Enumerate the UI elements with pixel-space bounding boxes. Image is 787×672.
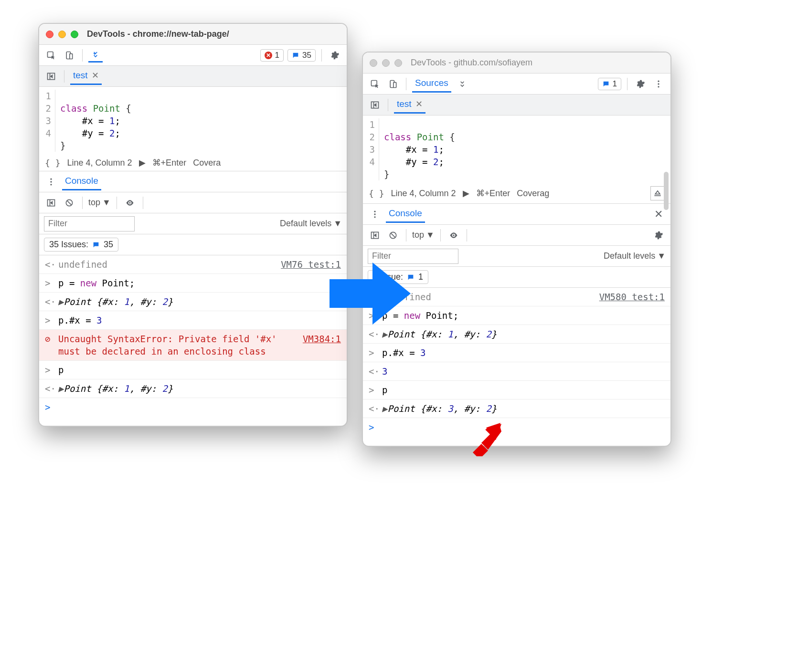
sidebar-toggle-icon[interactable] (368, 228, 382, 242)
play-icon[interactable]: ▶ (139, 158, 146, 168)
console-tab[interactable]: Console (386, 205, 425, 223)
svg-point-18 (374, 213, 375, 215)
svg-rect-12 (394, 82, 396, 87)
navigator-toggle-icon[interactable] (44, 69, 58, 84)
zoom-dot-icon[interactable] (394, 59, 402, 67)
chevron-down-icon: ▼ (657, 251, 666, 261)
code-body[interactable]: class Point { #x = 1; #y = 2; } (379, 118, 670, 180)
message-icon (602, 80, 610, 88)
errors-count: 1 (275, 51, 279, 60)
close-icon[interactable]: ✕ (415, 99, 423, 109)
kebab-icon[interactable] (651, 77, 666, 91)
gear-icon[interactable] (633, 77, 648, 91)
context-label: top (88, 198, 100, 208)
scrollbar-thumb[interactable] (664, 172, 669, 210)
sources-tab[interactable]: Sources (412, 75, 451, 93)
svg-point-19 (374, 216, 375, 218)
console-filter-row: Default levels ▼ (39, 213, 347, 234)
svg-point-15 (658, 86, 659, 87)
close-dot-icon[interactable] (370, 59, 377, 67)
error-circle-icon: ✕ (265, 52, 272, 59)
pretty-print-icon[interactable]: { } (45, 158, 61, 168)
log-levels-selector[interactable]: Default levels ▼ (604, 251, 666, 261)
code-editor[interactable]: 1 2 3 4 class Point { #x = 1; #y = 2; } (39, 87, 347, 155)
device-toggle-icon[interactable] (62, 48, 76, 63)
svg-point-4 (50, 178, 52, 179)
console-row-return[interactable]: <· ▶Point {#x: 1, #y: 2} (39, 379, 347, 398)
coverage-label[interactable]: Covera (193, 158, 221, 168)
context-selector[interactable]: top ▼ (88, 198, 111, 208)
close-drawer-icon[interactable]: ✕ (651, 207, 666, 221)
chevron-down-icon: ▼ (426, 230, 435, 240)
issues-badge[interactable]: 1 (598, 78, 621, 90)
cursor-position: Line 4, Column 2 (67, 158, 132, 168)
transition-arrow-icon (330, 260, 411, 327)
console-prompt[interactable]: > (39, 398, 347, 416)
more-tabs-icon[interactable] (455, 77, 469, 91)
devtools-window-right: DevTools - github.com/sofiayem Sources 1 (362, 52, 671, 447)
issues-pill-count: 35 (104, 240, 113, 250)
console-source-link[interactable]: VM384:1 (303, 333, 341, 345)
svg-rect-2 (70, 53, 73, 59)
code-body[interactable]: class Point { #x = 1; #y = 2; } (55, 90, 347, 152)
more-tabs-icon[interactable] (88, 48, 103, 63)
sources-tabbar: test ✕ (39, 66, 347, 87)
inspect-icon[interactable] (368, 77, 382, 91)
console-row-input[interactable]: > p = new Point; (39, 274, 347, 293)
console-row-input[interactable]: > p.#x = 3 (363, 344, 670, 362)
minimize-dot-icon[interactable] (58, 31, 66, 38)
sources-tabbar: test ✕ (363, 94, 670, 116)
navigator-toggle-icon[interactable] (368, 98, 382, 112)
live-expression-icon[interactable] (123, 196, 137, 210)
code-editor[interactable]: 1 2 3 4 class Point { #x = 1; #y = 2; } (363, 116, 670, 183)
coverage-label[interactable]: Coverag (517, 189, 549, 199)
kebab-icon[interactable] (368, 207, 382, 221)
clear-console-icon[interactable] (62, 196, 76, 210)
issues-pill-count: 1 (418, 272, 423, 282)
issues-badge[interactable]: 35 (287, 49, 316, 62)
close-icon[interactable]: ✕ (92, 70, 99, 81)
titlebar[interactable]: DevTools - github.com/sofiayem (363, 52, 670, 74)
highlight-arrow-icon (472, 423, 505, 456)
console-row-return[interactable]: <· undefined VM76 test:1 (39, 255, 347, 274)
gear-icon[interactable] (328, 48, 342, 63)
device-toggle-icon[interactable] (386, 77, 400, 91)
file-tab[interactable]: test ✕ (394, 96, 425, 114)
console-source-link[interactable]: VM580 test:1 (599, 291, 665, 303)
cursor-position: Line 4, Column 2 (391, 189, 456, 199)
gear-icon[interactable] (651, 228, 666, 242)
debugger-toggle-icon[interactable] (650, 186, 665, 200)
titlebar[interactable]: DevTools - chrome://new-tab-page/ (39, 24, 347, 45)
inspect-icon[interactable] (44, 48, 58, 63)
filter-input[interactable] (44, 216, 135, 231)
play-icon[interactable]: ▶ (463, 188, 469, 199)
pretty-print-icon[interactable]: { } (369, 189, 384, 199)
zoom-dot-icon[interactable] (71, 31, 78, 38)
live-expression-icon[interactable] (447, 228, 461, 242)
kebab-icon[interactable] (44, 175, 58, 189)
window-title: DevTools - chrome://new-tab-page/ (87, 29, 229, 39)
console-row-return[interactable]: <· ▶Point {#x: 1, #y: 2} (39, 293, 347, 311)
console-row-return[interactable]: <· 3 (363, 362, 670, 381)
console-row-input[interactable]: > p (39, 361, 347, 379)
minimize-dot-icon[interactable] (382, 59, 390, 67)
close-dot-icon[interactable] (46, 31, 53, 38)
file-tab[interactable]: test ✕ (70, 67, 102, 85)
chevron-down-icon: ▼ (333, 219, 342, 229)
console-row-input[interactable]: > p (363, 381, 670, 399)
console-tab[interactable]: Console (62, 173, 101, 190)
console-row-return[interactable]: <· ▶Point {#x: 3, #y: 2} (363, 399, 670, 418)
errors-badge[interactable]: ✕ 1 (260, 49, 284, 62)
log-levels-selector[interactable]: Default levels ▼ (280, 219, 342, 229)
sidebar-toggle-icon[interactable] (44, 196, 58, 210)
issues-pill[interactable]: 35 Issues: 35 (44, 238, 118, 252)
context-selector[interactable]: top ▼ (412, 230, 435, 240)
clear-console-icon[interactable] (386, 228, 400, 242)
console-row-input[interactable]: > p.#x = 3 (39, 311, 347, 330)
message-icon (92, 241, 100, 249)
console-prompt[interactable]: > (363, 418, 670, 436)
console-text: undefined (382, 291, 595, 303)
svg-marker-23 (330, 262, 411, 325)
console-row-error[interactable]: ⊘ Uncaught SyntaxError: Private field '#… (39, 330, 347, 361)
console-row-return[interactable]: <· ▶Point {#x: 1, #y: 2} (363, 325, 670, 344)
